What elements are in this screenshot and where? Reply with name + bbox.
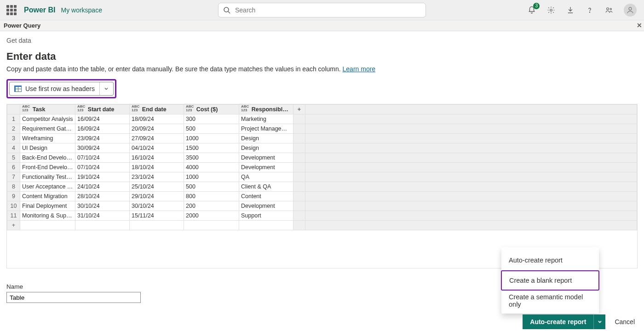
menu-item[interactable]: Create a blank report — [501, 270, 599, 291]
cell[interactable]: 23/10/24 — [130, 172, 184, 182]
cell[interactable]: Project Management — [239, 124, 293, 134]
cell[interactable]: Requirement Gathe… — [20, 124, 75, 134]
table-row[interactable]: 4UI Design30/09/2404/10/241500Design — [7, 143, 637, 153]
empty-cell[interactable] — [20, 221, 75, 230]
empty-cell[interactable] — [184, 221, 239, 230]
table-row[interactable]: 2Requirement Gathe…16/09/2420/09/24500Pr… — [7, 124, 637, 134]
cell[interactable]: Functionality Testing — [20, 172, 75, 182]
cell[interactable]: UI Design — [20, 143, 75, 153]
cell[interactable]: 25/10/24 — [130, 182, 184, 192]
cell[interactable]: 500 — [184, 124, 239, 134]
chevron-down-icon[interactable] — [99, 82, 113, 95]
cell[interactable]: 30/10/24 — [75, 201, 130, 211]
cell[interactable]: Competitor Analysis — [20, 114, 75, 124]
empty-cell[interactable] — [75, 221, 130, 230]
cell[interactable]: 07/10/24 — [75, 163, 130, 172]
cell[interactable]: Marketing — [239, 114, 293, 124]
table-row[interactable]: 3Wireframing23/09/2427/09/241000Design — [7, 134, 637, 143]
notifications-icon[interactable]: 3 — [527, 6, 536, 15]
cell[interactable]: Client & QA — [239, 182, 293, 192]
download-icon[interactable] — [566, 6, 575, 15]
add-row-button[interactable]: + — [7, 221, 20, 230]
name-field[interactable] — [6, 292, 141, 303]
cell[interactable]: 4000 — [184, 163, 239, 172]
cell[interactable]: 1500 — [184, 143, 239, 153]
cell[interactable]: 500 — [184, 182, 239, 192]
cell[interactable]: QA — [239, 172, 293, 182]
groups-icon[interactable] — [604, 6, 614, 15]
cell[interactable]: 30/09/24 — [75, 143, 130, 153]
column-header[interactable]: ABC123 Start date — [75, 105, 130, 114]
data-grid[interactable]: ABC123 TaskABC123 Start dateABC123 End d… — [6, 104, 638, 268]
table-row[interactable]: 7Functionality Testing19/10/2423/10/2410… — [7, 172, 637, 182]
cell[interactable]: 16/09/24 — [75, 114, 130, 124]
cell[interactable]: Support — [239, 211, 293, 221]
cell[interactable]: Development — [239, 163, 293, 172]
learn-more-link[interactable]: Learn more — [343, 65, 376, 73]
cell[interactable]: Development — [239, 153, 293, 163]
table-row[interactable]: 5Back-End Develop…07/10/2416/10/243500De… — [7, 153, 637, 163]
column-header[interactable]: ABC123 Cost ($) — [184, 105, 239, 114]
auto-create-report-button[interactable]: Auto-create report — [523, 314, 593, 329]
cell[interactable]: 800 — [184, 192, 239, 201]
cell[interactable]: 300 — [184, 114, 239, 124]
close-icon[interactable]: ✕ — [637, 22, 642, 29]
auto-create-chevron-icon[interactable] — [593, 314, 605, 329]
cell[interactable]: 29/10/24 — [130, 192, 184, 201]
settings-icon[interactable] — [546, 6, 556, 15]
workspace-label[interactable]: My workspace — [61, 6, 102, 14]
column-header[interactable]: ABC123 End date — [130, 105, 184, 114]
cell[interactable]: 16/10/24 — [130, 153, 184, 163]
avatar[interactable] — [624, 4, 637, 17]
cell[interactable]: 23/09/24 — [75, 134, 130, 143]
cell[interactable]: 27/09/24 — [130, 134, 184, 143]
cell[interactable]: Development — [239, 201, 293, 211]
cell[interactable]: Final Deployment — [20, 201, 75, 211]
menu-item[interactable]: Auto-create report — [501, 250, 599, 270]
cell[interactable]: 20/09/24 — [130, 124, 184, 134]
cancel-button[interactable]: Cancel — [615, 318, 635, 325]
cell[interactable]: 1000 — [184, 172, 239, 182]
column-header[interactable]: ABC123 Task — [20, 105, 75, 114]
use-first-row-button[interactable]: Use first row as headers — [9, 82, 114, 96]
cell[interactable]: 1000 — [184, 134, 239, 143]
menu-item[interactable]: Create a semantic model only — [501, 291, 599, 311]
cell[interactable]: 15/11/24 — [130, 211, 184, 221]
help-icon[interactable] — [585, 6, 594, 15]
cell[interactable]: Monitoring & Support — [20, 211, 75, 221]
cell[interactable]: 24/10/24 — [75, 182, 130, 192]
add-column-button[interactable]: + — [293, 105, 305, 114]
search-input[interactable] — [218, 3, 426, 17]
cell[interactable]: 07/10/24 — [75, 153, 130, 163]
search-field[interactable] — [234, 6, 421, 14]
cell[interactable]: Front-End Develop… — [20, 163, 75, 172]
cell[interactable]: User Acceptance T… — [20, 182, 75, 192]
table-row[interactable]: 11Monitoring & Support31/10/2415/11/2420… — [7, 211, 637, 221]
cell[interactable]: 18/09/24 — [130, 114, 184, 124]
table-row[interactable]: 9Content Migration28/10/2429/10/24800Con… — [7, 192, 637, 201]
table-row[interactable]: 6Front-End Develop…07/10/2418/10/244000D… — [7, 163, 637, 172]
cell[interactable]: 04/10/24 — [130, 143, 184, 153]
cell[interactable]: 3500 — [184, 153, 239, 163]
cell[interactable]: 31/10/24 — [75, 211, 130, 221]
cell[interactable]: Wireframing — [20, 134, 75, 143]
table-row[interactable]: 10Final Deployment30/10/2430/10/24200Dev… — [7, 201, 637, 211]
table-row[interactable]: 8User Acceptance T…24/10/2425/10/24500Cl… — [7, 182, 637, 192]
cell[interactable]: 30/10/24 — [130, 201, 184, 211]
cell[interactable]: 28/10/24 — [75, 192, 130, 201]
app-launcher-icon[interactable] — [6, 5, 17, 15]
empty-cell[interactable] — [130, 221, 184, 230]
cell[interactable]: Back-End Develop… — [20, 153, 75, 163]
column-header[interactable]: ABC123 Responsible Te… — [239, 105, 293, 114]
cell[interactable]: Content Migration — [20, 192, 75, 201]
empty-cell[interactable] — [239, 221, 293, 230]
cell[interactable]: 2000 — [184, 211, 239, 221]
table-row[interactable]: 1Competitor Analysis16/09/2418/09/24300M… — [7, 114, 637, 124]
cell[interactable]: 18/10/24 — [130, 163, 184, 172]
cell[interactable]: Design — [239, 134, 293, 143]
cell[interactable]: Content — [239, 192, 293, 201]
breadcrumb[interactable]: Get data — [6, 37, 638, 44]
cell[interactable]: 16/09/24 — [75, 124, 130, 134]
cell[interactable]: 19/10/24 — [75, 172, 130, 182]
cell[interactable]: 200 — [184, 201, 239, 211]
